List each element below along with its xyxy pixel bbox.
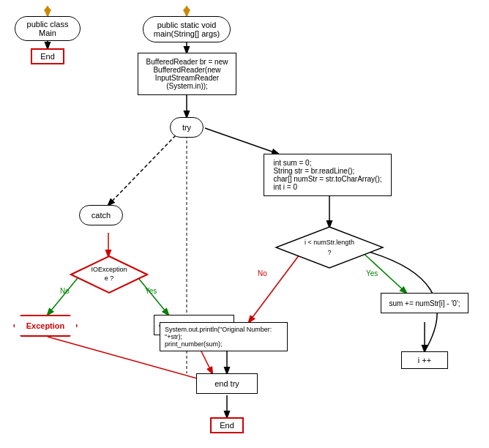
svg-line-7 [205,128,278,154]
svg-line-8 [108,135,176,205]
sum-calc-node: sum += numStr[i] - '0'; [381,293,469,313]
io-exception-wrapper: IOException e ? [70,255,149,294]
loop-condition-diamond: i < numStr.length ? [275,225,384,269]
svg-marker-1 [44,6,51,15]
svg-text:IOException: IOException [91,266,127,273]
svg-text:e ?: e ? [105,275,114,282]
try-node: try [170,117,204,138]
print-output-node: System.out.println("Original Number: "+s… [160,322,288,351]
catch-node: catch [79,205,123,225]
svg-text:?: ? [327,249,331,256]
init-vars-node: int sum = 0; String str = br.readLine();… [264,154,392,196]
svg-text:i < numStr.length: i < numStr.length [305,239,354,246]
exception-node: Exception [13,315,78,337]
yes2-label: Yes [366,269,378,277]
flowchart-diagram: public class Main End public static void… [0,0,489,448]
yes1-label: Yes [145,287,157,295]
svg-marker-24 [276,227,383,268]
class-main-node: public class Main [15,16,81,41]
main-method-node: public static void main(String[] args) [143,16,231,42]
i-inc-node: i ++ [401,351,448,369]
no2-label: No [258,269,267,277]
svg-marker-4 [183,6,190,15]
buffered-reader-node: BufferedReader br = new BufferedReader(n… [138,53,236,95]
end-try-node: end try [196,373,258,394]
end1-node: End [31,48,64,64]
io-exception-diamond: IOException e ? [70,255,149,294]
no1-label: No [60,287,70,295]
end2-node: End [210,417,244,433]
loop-condition-wrapper: i < numStr.length ? [275,225,384,269]
